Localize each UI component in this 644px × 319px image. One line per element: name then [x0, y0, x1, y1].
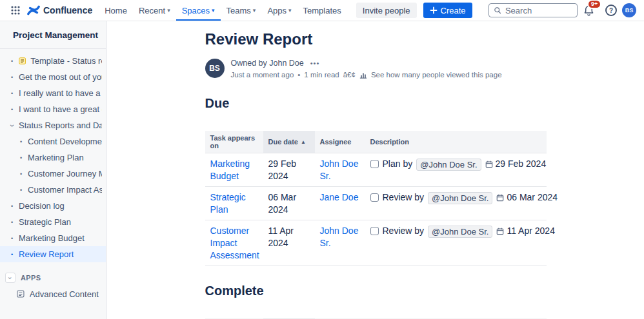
notifications-button[interactable]: 9+: [578, 5, 600, 16]
nav-item-templates[interactable]: Templates: [297, 0, 347, 21]
sidebar-item-customer-impact[interactable]: • Customer Impact Ass...: [0, 182, 106, 198]
due-date-chip[interactable]: 29 Feb 2024: [485, 158, 547, 170]
page-title: Review Report: [205, 30, 547, 48]
nav-item-apps[interactable]: Apps▾: [261, 0, 297, 21]
analytics-chart-icon: [359, 71, 367, 79]
sidebar-item-get-the-most[interactable]: • Get the most out of you...: [0, 69, 106, 85]
assignee-link[interactable]: John Doe Sr.: [320, 226, 359, 248]
col-task-appears-on: Task appears on: [205, 131, 263, 153]
col-assignee: Assignee: [315, 131, 365, 153]
task-link[interactable]: Strategic Plan: [210, 192, 246, 215]
bullet-icon: •: [10, 235, 14, 242]
calendar-icon: [485, 160, 493, 168]
confluence-logo[interactable]: Confluence: [26, 0, 99, 21]
bullet-icon: •: [19, 155, 23, 161]
bullet-icon: •: [10, 203, 14, 209]
mention-pill[interactable]: @John Doe Sr.: [428, 192, 492, 204]
table-row: Marketing Budget 29 Feb 2024 John Doe Sr…: [205, 153, 547, 187]
sidebar-item-marketing-budget[interactable]: • Marketing Budget: [0, 230, 106, 246]
col-due-date-sort[interactable]: Due date ▲: [263, 131, 315, 153]
nav-item-teams[interactable]: Teams▾: [221, 0, 262, 21]
top-nav: Confluence Home Recent▾ Spaces▾ Teams▾ A…: [0, 0, 644, 21]
byline: BS Owned by John Doe ••• Just a moment a…: [205, 59, 547, 79]
task-action-text: Review by: [383, 225, 425, 237]
sidebar-item-customer-journey-map[interactable]: • Customer Journey Map: [0, 166, 106, 182]
page-views-link[interactable]: See how many people viewed this page: [371, 71, 502, 79]
assignee-link[interactable]: John Doe Sr.: [320, 159, 359, 181]
app-switcher-icon[interactable]: [5, 0, 26, 21]
logo-text: Confluence: [43, 5, 92, 15]
task-action-text: Review by: [383, 191, 425, 204]
sidebar-item-content-development[interactable]: • Content Development: [0, 133, 106, 150]
more-actions-button[interactable]: •••: [310, 59, 320, 67]
apps-section: › APPS Advanced Content N...: [0, 270, 106, 302]
create-button[interactable]: Create: [423, 3, 472, 18]
collapse-chevron-icon[interactable]: ›: [5, 273, 15, 283]
search-icon: [494, 6, 501, 15]
search-box[interactable]: [488, 3, 578, 17]
due-table: Task appears on Due date ▲ Assignee Desc…: [205, 131, 547, 266]
sidebar-item-marketing-plan[interactable]: • Marketing Plan: [0, 150, 106, 166]
plus-icon: [430, 6, 438, 14]
sidebar-item-i-really-want[interactable]: • I really want to have a gr...: [0, 85, 106, 101]
table-row: Customer Impact Assessment 11 Apr 2024 J…: [205, 220, 547, 266]
task-action-text: Plan by: [383, 158, 413, 170]
sidebar-item-advanced-content[interactable]: Advanced Content N...: [0, 285, 106, 302]
bullet-icon: •: [19, 187, 23, 193]
due-date-chip[interactable]: 11 Apr 2024: [496, 225, 554, 237]
sidebar-item-i-want-great[interactable]: • I want to have a great o...: [0, 101, 106, 117]
sidebar-item-status-reports[interactable]: › Status Reports and Das...: [0, 117, 106, 133]
section-heading-complete: Complete: [205, 284, 547, 298]
nav-item-spaces[interactable]: Spaces▾: [176, 0, 221, 21]
user-avatar[interactable]: BS: [622, 3, 636, 17]
calendar-icon: [496, 227, 504, 235]
task-checkbox[interactable]: [370, 193, 379, 202]
task-checkbox[interactable]: [370, 160, 379, 168]
notifications-badge: 9+: [587, 0, 601, 9]
sort-ascending-icon: ▲: [301, 139, 306, 145]
due-date-cell: 06 Mar 2024: [263, 187, 315, 220]
mention-pill[interactable]: @John Doe Sr.: [428, 226, 492, 238]
sidebar-item-review-report[interactable]: • Review Report: [0, 246, 106, 262]
task-link[interactable]: Customer Impact Assessment: [210, 226, 259, 260]
assignee-link[interactable]: Jane Doe: [320, 192, 359, 202]
apps-section-header[interactable]: › APPS: [0, 270, 106, 285]
space-name: Project Management: [13, 30, 98, 40]
page-tree: • Template - Status re... • Get the most…: [0, 49, 106, 262]
nav-item-recent[interactable]: Recent▾: [133, 0, 176, 21]
description-cell: Review by @John Doe Sr. 11 Apr 2024: [365, 220, 560, 266]
search-input[interactable]: [505, 6, 572, 15]
sidebar-item-decision-log[interactable]: • Decision log: [0, 198, 106, 214]
task-link[interactable]: Marketing Budget: [210, 159, 250, 181]
description-cell: Review by @John Doe Sr. 06 Mar 2024: [365, 187, 563, 220]
owned-by-text: Owned by John Doe: [231, 59, 304, 68]
section-heading-due: Due: [205, 96, 547, 111]
bullet-icon: •: [19, 139, 23, 145]
space-header[interactable]: Project Management: [0, 21, 106, 49]
separator-text: â€¢: [343, 71, 356, 79]
col-description: Description: [365, 131, 547, 153]
due-date-chip[interactable]: 06 Mar 2024: [496, 191, 558, 204]
main-content: Review Report BS Owned by John Doe ••• J…: [107, 21, 644, 319]
table-row: Strategic Plan 06 Mar 2024 Jane Doe Revi…: [205, 187, 547, 220]
sidebar-item-strategic-plan[interactable]: • Strategic Plan: [0, 214, 106, 230]
bullet-icon: •: [10, 251, 14, 258]
caret-down-icon: ▾: [167, 7, 170, 14]
nav-item-home[interactable]: Home: [99, 0, 133, 21]
task-checkbox[interactable]: [370, 227, 379, 235]
bullet-icon: •: [10, 58, 14, 64]
caret-down-icon: ▾: [253, 7, 256, 14]
bullet-icon: •: [19, 171, 23, 177]
caret-down-icon: ▾: [212, 7, 215, 14]
sidebar-item-template-status[interactable]: • Template - Status re...: [0, 53, 106, 69]
sidebar: Project Management • Template - Status r…: [0, 21, 106, 319]
invite-people-button[interactable]: Invite people: [356, 3, 417, 18]
calendar-icon: [496, 194, 504, 202]
mention-pill[interactable]: @John Doe Sr.: [416, 159, 481, 171]
read-time-text: 1 min read: [304, 71, 339, 79]
table-header-row: Task appears on Due date ▲ Assignee Desc…: [205, 131, 547, 153]
chevron-down-icon: ›: [8, 123, 17, 128]
bullet-icon: •: [10, 90, 14, 97]
app-content-icon: [17, 289, 25, 298]
help-button[interactable]: ?: [605, 5, 617, 16]
